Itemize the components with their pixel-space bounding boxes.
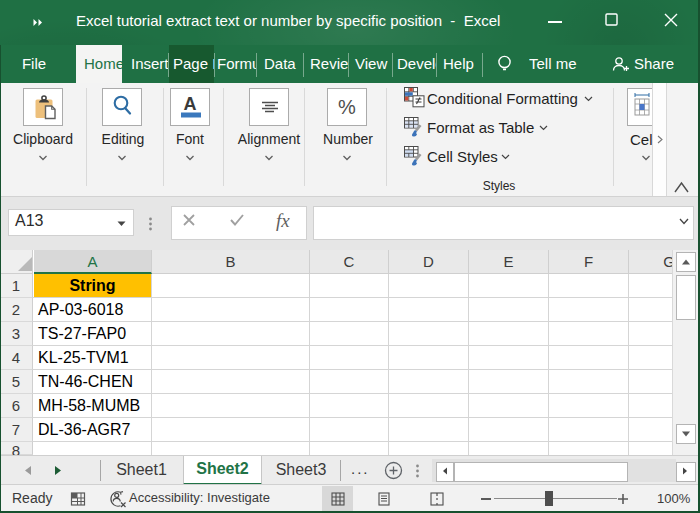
- svg-text:A: A: [184, 94, 197, 114]
- svg-text:%: %: [338, 96, 356, 118]
